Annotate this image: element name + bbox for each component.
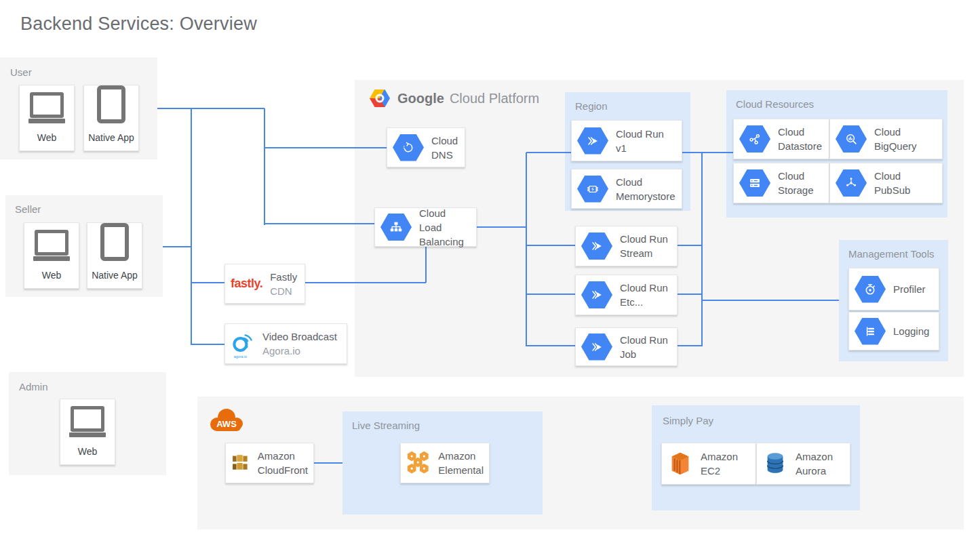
node-cloud-load-balancing[interactable]: Cloud Load Balancing xyxy=(374,207,477,247)
panel-user-label: User xyxy=(10,66,32,78)
node-label-line2: Job xyxy=(620,347,668,361)
node-label-line1: Fastly xyxy=(270,270,297,284)
connector-run-left-vertical xyxy=(526,153,527,346)
node-label-line2: CloudFront xyxy=(258,463,308,477)
node-label-line2: Elemental xyxy=(438,463,484,477)
svg-text:AWS: AWS xyxy=(216,419,237,429)
panel-admin: Admin Web xyxy=(9,372,166,475)
node-label-line1: Video Broadcast xyxy=(262,329,337,344)
connector-seller-junction xyxy=(163,246,191,247)
node-label-line1: Cloud Run xyxy=(620,281,668,295)
node-label-line2: CDN xyxy=(270,284,297,298)
node-cloud-pubsub[interactable]: Cloud PubSub xyxy=(829,163,943,203)
node-amazon-elemental[interactable]: Amazon Elemental xyxy=(400,443,490,483)
panel-aws: AWS Amazon CloudFront Live Streaming xyxy=(197,397,964,529)
node-amazon-ec2[interactable]: Amazon EC2 xyxy=(661,443,756,485)
connector-lb-to-run xyxy=(477,226,526,228)
node-agora-video-broadcast[interactable]: agora.io Video Broadcast Agora.io xyxy=(224,323,347,364)
connector-to-agora xyxy=(191,344,224,345)
connector-cloudfront-to-streaming xyxy=(314,462,342,464)
node-label-line2: Etc... xyxy=(620,295,668,309)
amazon-aurora-icon xyxy=(762,451,788,477)
node-amazon-aurora[interactable]: Amazon Aurora xyxy=(756,443,850,485)
cloud-memorystore-icon xyxy=(577,176,608,203)
amazon-elemental-icon xyxy=(406,450,431,476)
node-amazon-cloudfront[interactable]: Amazon CloudFront xyxy=(225,443,314,483)
cloud-run-icon xyxy=(581,233,612,260)
node-cloud-run-etc[interactable]: Cloud Run Etc... xyxy=(575,275,678,315)
connector-gcp-branch-vertical xyxy=(264,108,265,225)
node-label-line2: Aurora xyxy=(796,464,833,478)
node-label-line1: Cloud xyxy=(778,125,822,139)
phone-icon xyxy=(97,85,125,123)
node-user-native-app[interactable]: Native App xyxy=(83,85,139,151)
connector-to-cloud-dns xyxy=(264,147,387,148)
node-cloud-dns[interactable]: Cloud DNS xyxy=(387,127,465,167)
node-label: Profiler xyxy=(893,282,926,296)
node-cloud-run-stream[interactable]: Cloud Run Stream xyxy=(575,226,678,266)
node-label-line2: DNS xyxy=(431,148,458,162)
node-label-line1: Amazon xyxy=(701,449,738,464)
node-label-line2: PubSub xyxy=(874,183,910,197)
node-cloud-storage[interactable]: Cloud Storage xyxy=(733,163,829,203)
node-admin-web[interactable]: Web xyxy=(60,399,115,465)
logging-icon xyxy=(855,318,886,345)
node-seller-web[interactable]: Web xyxy=(24,222,79,289)
cloud-run-icon xyxy=(577,127,608,155)
node-user-web[interactable]: Web xyxy=(19,85,75,151)
node-fastly-cdn[interactable]: fastly. Fastly CDN xyxy=(224,264,305,304)
cloud-dns-icon xyxy=(393,134,424,161)
phone-icon xyxy=(100,223,129,261)
node-seller-native-app[interactable]: Native App xyxy=(87,222,142,289)
connector-to-management xyxy=(702,300,839,301)
node-cloud-datastore[interactable]: Cloud Datastore xyxy=(733,119,829,159)
node-label-line1: Cloud xyxy=(874,169,910,183)
node-label-line1: Amazon xyxy=(438,449,484,463)
node-label-line2: EC2 xyxy=(701,464,738,478)
node-label-line2: Agora.io xyxy=(262,344,337,358)
node-label: Web xyxy=(42,270,62,281)
cloud-pubsub-icon xyxy=(836,169,867,197)
connector-to-load-balancing xyxy=(264,223,374,224)
panel-simply-pay-label: Simply Pay xyxy=(663,415,713,426)
cloud-bigquery-icon xyxy=(836,125,867,153)
cloud-run-icon xyxy=(581,334,612,361)
connector-clients-vertical xyxy=(191,108,192,345)
panel-gcp: Google Cloud Platform Cloud DNS xyxy=(355,80,964,377)
connector-fastly-up xyxy=(425,247,427,283)
cloud-load-balancing-icon xyxy=(380,214,412,241)
cloud-storage-icon xyxy=(739,169,770,197)
node-label-line2: Storage xyxy=(778,183,814,197)
panel-user: User Web Native App xyxy=(0,58,157,159)
node-logging[interactable]: Logging xyxy=(848,312,939,350)
node-label-line1: Cloud xyxy=(431,134,458,148)
node-label-line1: Cloud Run xyxy=(620,333,668,347)
panel-region-label: Region xyxy=(575,100,608,112)
node-label: Logging xyxy=(893,324,929,338)
panel-live-streaming-label: Live Streaming xyxy=(352,420,420,431)
panel-seller: Seller Web Native App xyxy=(5,195,163,297)
node-profiler[interactable]: Profiler xyxy=(848,268,939,310)
node-cloud-bigquery[interactable]: Cloud BigQuery xyxy=(829,119,943,159)
node-label-line1: Cloud Load xyxy=(419,206,471,235)
laptop-icon xyxy=(33,230,70,261)
node-label: Web xyxy=(78,446,98,457)
node-label: Web xyxy=(37,132,57,143)
panel-cloud-resources-label: Cloud Resources xyxy=(736,98,814,110)
laptop-icon xyxy=(69,406,106,437)
aws-logo-icon: AWS xyxy=(207,405,246,435)
node-cloud-memorystore[interactable]: Cloud Memorystore xyxy=(571,169,682,209)
profiler-icon xyxy=(855,276,886,303)
node-cloud-run-job[interactable]: Cloud Run Job xyxy=(575,327,678,366)
gcp-brand: Google Cloud Platform xyxy=(370,89,539,107)
laptop-icon xyxy=(28,92,65,123)
svg-text:agora.io: agora.io xyxy=(234,355,247,359)
node-cloud-run-v1[interactable]: Cloud Run v1 xyxy=(571,120,682,161)
node-label-line1: Cloud Run xyxy=(620,232,668,246)
fastly-logo-icon: fastly. xyxy=(231,277,262,291)
gcp-brand-light: Cloud Platform xyxy=(450,91,539,106)
node-label-line1: Amazon xyxy=(796,449,833,464)
node-label-line1: Amazon xyxy=(258,449,308,463)
node-label: Native App xyxy=(88,132,134,143)
amazon-cloudfront-icon xyxy=(231,450,250,476)
